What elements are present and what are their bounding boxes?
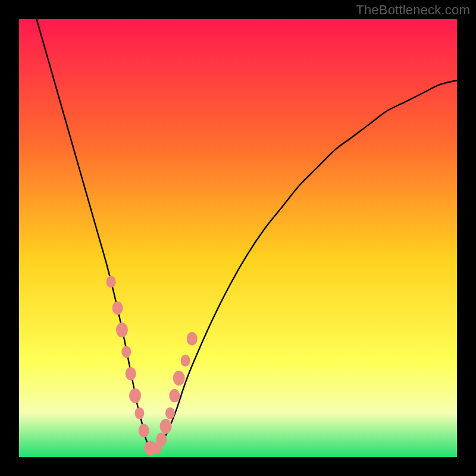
highlight-marker <box>181 355 190 367</box>
highlight-marker <box>173 371 185 386</box>
highlight-marker <box>187 332 198 346</box>
watermark-text: TheBottleneck.com <box>356 2 470 18</box>
gradient-background <box>19 19 457 457</box>
highlight-marker <box>165 407 175 419</box>
chart-svg <box>19 19 457 457</box>
highlight-marker <box>129 388 141 403</box>
highlight-marker <box>107 276 116 288</box>
highlight-marker <box>160 419 172 434</box>
chart-plot-area <box>19 19 457 457</box>
highlight-marker <box>112 302 123 315</box>
highlight-marker <box>169 389 180 403</box>
highlight-marker <box>134 407 144 419</box>
chart-frame: TheBottleneck.com <box>0 0 476 476</box>
highlight-marker <box>156 433 167 446</box>
highlight-marker <box>121 346 131 358</box>
highlight-marker <box>116 322 128 337</box>
highlight-marker <box>126 367 136 381</box>
highlight-marker <box>139 424 149 438</box>
